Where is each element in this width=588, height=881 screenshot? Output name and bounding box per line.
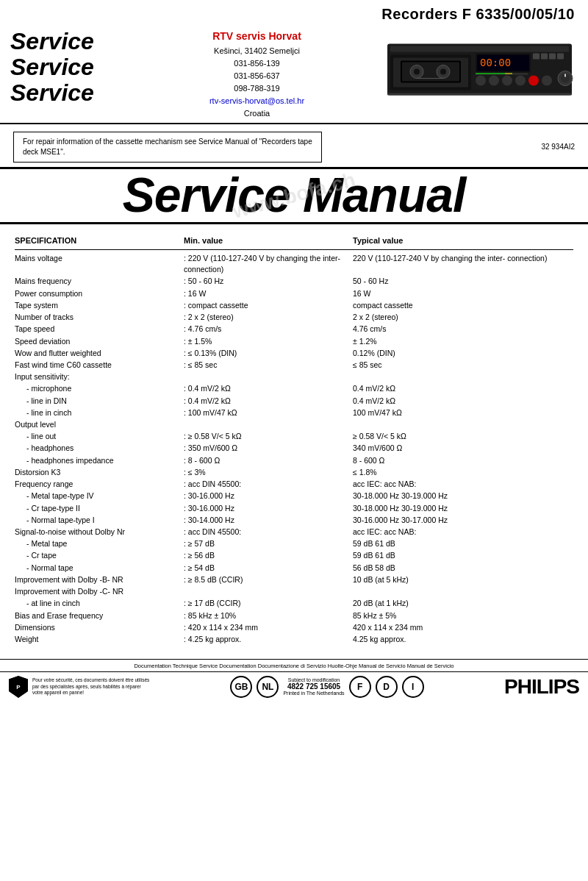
spec-label: - line out	[15, 431, 184, 442]
spec-row: Bias and Erase frequency: 85 kHz ± 10%85…	[15, 610, 573, 621]
spec-row: - Normal tape: ≥ 54 dB56 dB 58 dB	[15, 563, 573, 574]
spec-min-value: : 4.76 cm/s	[184, 324, 353, 335]
svg-text:00:00: 00:00	[480, 56, 511, 68]
spec-row: Fast wind time C60 cassette: ≤ 85 sec≤ 8…	[15, 360, 573, 371]
footer-printed: Printed in The Netherlands	[283, 691, 344, 696]
spec-label: Wow and flutter weighted	[15, 348, 184, 359]
spec-typ-value: 56 dB 58 dB	[353, 563, 573, 574]
company-name: RTV servis Horvat	[142, 29, 372, 45]
spec-typ-value: ≤ 1.8%	[353, 467, 573, 478]
spec-row: Wow and flutter weighted: ≤ 0.13% (DIN)0…	[15, 348, 573, 359]
svg-rect-25	[476, 73, 505, 74]
philips-shield-icon: P	[9, 676, 28, 698]
spec-row: Mains voltage: 220 V (110-127-240 V by c…	[15, 253, 573, 275]
spec-typ-value: 0.4 mV/2 kΩ	[353, 383, 573, 394]
spec-row: Mains frequency: 50 - 60 Hz50 - 60 Hz	[15, 276, 573, 287]
spec-min-value: : 50 - 60 Hz	[184, 276, 353, 287]
spec-label: - headphones impedance	[15, 455, 184, 466]
spec-label: Improvement with Dolby -B- NR	[15, 574, 184, 585]
svg-text:P: P	[16, 684, 21, 691]
spec-label: Power consumption	[15, 288, 184, 299]
spec-row: Tape system: compact cassettecompact cas…	[15, 300, 573, 311]
spec-min-value: : 4.25 kg approx.	[184, 634, 353, 645]
spec-typ-value: acc IEC: acc NAB:	[353, 479, 573, 490]
spec-min-value: : ≥ 57 dB	[184, 538, 353, 549]
spec-typ-value: 340 mV/600 Ω	[353, 443, 573, 454]
spec-min-value: : ≥ 0.58 V/< 5 kΩ	[184, 431, 353, 442]
spec-label: - Metal tape	[15, 538, 184, 549]
circle-f: F	[349, 676, 371, 698]
spec-label: Dimensions	[15, 622, 184, 633]
logo-section: Service Service Service RTV servis Horva…	[0, 24, 588, 124]
spec-typ-value	[353, 371, 573, 382]
spec-typ-value: ≥ 0.58 V/< 5 kΩ	[353, 431, 573, 442]
spec-label: Signal-to-noise without Dolby Nr	[15, 527, 184, 538]
spec-row: - Cr tape: ≥ 56 dB59 dB 61 dB	[15, 550, 573, 561]
spec-typ-value: ± 1.2%	[353, 336, 573, 347]
svg-rect-14	[533, 53, 539, 59]
top-header: Recorders F 6335/00/05/10	[0, 0, 588, 24]
spec-min-value: : ≥ 56 dB	[184, 550, 353, 561]
spec-typ-value: 20 dB (at 1 kHz)	[353, 598, 573, 609]
col-header-min: Min. value	[184, 236, 353, 245]
spec-row: - Metal tape-type IV: 30-16.000 Hz30-18.…	[15, 491, 573, 502]
spec-label: Tape system	[15, 300, 184, 311]
spec-header-row: SPECIFICATION Min. value Typical value	[15, 236, 573, 250]
spec-min-value: : 30-16.000 Hz	[184, 491, 353, 502]
spec-section: SPECIFICATION Min. value Typical value M…	[0, 224, 588, 652]
spec-min-value	[184, 586, 353, 597]
spec-label: Improvement with Dolby -C- NR	[15, 586, 184, 597]
spec-min-value: : 85 kHz ± 10%	[184, 610, 353, 621]
spec-typ-value	[353, 586, 573, 597]
spec-min-value: : 420 x 114 x 234 mm	[184, 622, 353, 633]
svg-rect-1	[390, 46, 569, 51]
spec-label: Mains frequency	[15, 276, 184, 287]
spec-typ-value: 4.25 kg approx.	[353, 634, 573, 645]
footer-documentation-text: Documentation Technique Service Document…	[0, 660, 588, 671]
spec-typ-value: 4.76 cm/s	[353, 324, 573, 335]
spec-label: - line in DIN	[15, 396, 184, 407]
spec-min-value: : ≥ 54 dB	[184, 563, 353, 574]
spec-min-value: : 8 - 600 Ω	[184, 455, 353, 466]
spec-typ-value: 30-18.000 Hz 30-19.000 Hz	[353, 491, 573, 502]
spec-min-value: : 0.4 mV/2 kΩ	[184, 383, 353, 394]
service-manual-title: Service Manual	[123, 168, 466, 222]
spec-label: Fast wind time C60 cassette	[15, 360, 184, 371]
spec-row: Weight: 4.25 kg approx.4.25 kg approx.	[15, 634, 573, 645]
svg-point-9	[440, 68, 446, 74]
spec-row: - line in cinch: 100 mV/47 kΩ100 mV/47 k…	[15, 407, 573, 418]
spec-row: - at line in cinch: ≥ 17 dB (CCIR)20 dB …	[15, 598, 573, 609]
spec-min-value: : ≤ 3%	[184, 467, 353, 478]
philips-brand: PHILIPS	[504, 675, 579, 699]
spec-typ-value: 30-18.000 Hz 30-19.000 Hz	[353, 503, 573, 514]
spec-min-value	[184, 371, 353, 382]
footer-legal-text: Pour votre sécurité, ces documents doive…	[32, 677, 150, 696]
spec-row: - Normal tape-type I: 30-14.000 Hz30-16.…	[15, 515, 573, 526]
spec-label: Weight	[15, 634, 184, 645]
model-number: Recorders F 6335/	[381, 6, 514, 22]
service-word-3: Service	[10, 80, 124, 106]
notice-box: For repair information of the cassette m…	[13, 132, 322, 163]
spec-typ-value: compact cassette	[353, 300, 573, 311]
company-country: Croatia	[142, 107, 372, 120]
spec-row: - line in DIN: 0.4 mV/2 kΩ0.4 mV/2 kΩ	[15, 396, 573, 407]
spec-typ-value: acc IEC: acc NAB:	[353, 527, 573, 538]
svg-point-7	[414, 68, 420, 74]
svg-rect-16	[549, 53, 556, 59]
spec-row: Signal-to-noise without Dolby Nr: acc DI…	[15, 527, 573, 538]
company-address1: Kešinci, 31402 Semeljci	[142, 45, 372, 57]
svg-rect-17	[557, 53, 564, 59]
spec-typ-value: 10 dB (at 5 kHz)	[353, 574, 573, 585]
service-word-2: Service	[10, 54, 124, 80]
model-title: Recorders F 6335/00/05/10	[381, 6, 575, 23]
spec-row: Speed deviation: ± 1.5%± 1.2%	[15, 336, 573, 347]
circle-gb: GB	[230, 676, 252, 698]
spec-min-value: : ≥ 8.5 dB (CCIR)	[184, 574, 353, 585]
spec-typ-value: 16 W	[353, 288, 573, 299]
spec-row: - line out: ≥ 0.58 V/< 5 kΩ≥ 0.58 V/< 5 …	[15, 431, 573, 442]
spec-min-value: : 2 x 2 (stereo)	[184, 312, 353, 323]
svg-rect-22	[528, 75, 539, 85]
spec-label: - line in cinch	[15, 407, 184, 418]
spec-typ-value: 2 x 2 (stereo)	[353, 312, 573, 323]
spec-typ-value: 0.4 mV/2 kΩ	[353, 396, 573, 407]
